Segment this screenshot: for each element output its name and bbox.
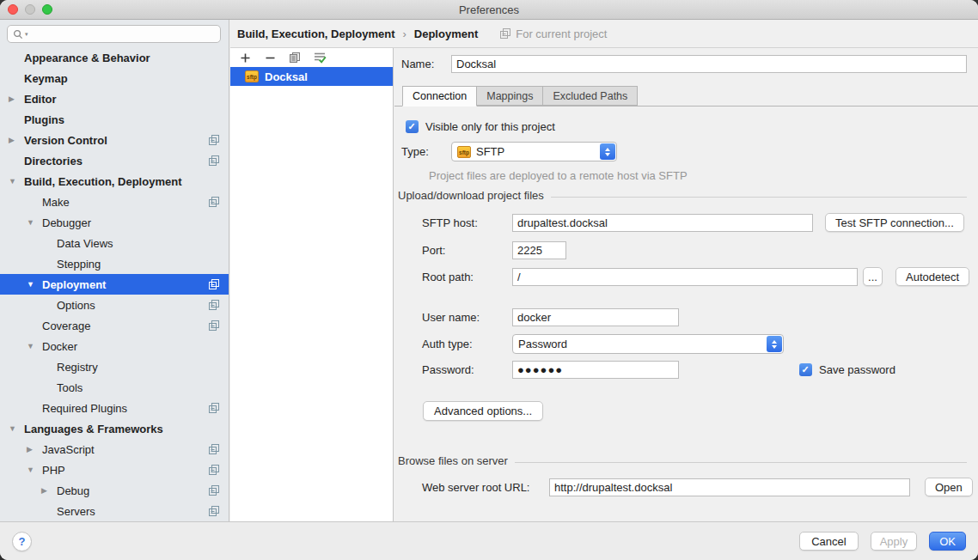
close-window-button[interactable] xyxy=(8,4,18,15)
add-server-button[interactable] xyxy=(236,50,254,65)
sidebar-item[interactable]: Registry xyxy=(0,356,229,377)
sidebar-item-label: Debugger xyxy=(42,216,91,229)
sidebar-item[interactable]: Stepping xyxy=(0,253,229,274)
auth-type-select[interactable]: Password xyxy=(512,334,784,354)
ok-button[interactable]: OK xyxy=(929,532,966,551)
sidebar-item[interactable]: Build, Execution, Deployment xyxy=(0,171,229,192)
settings-search-field[interactable]: ▾ xyxy=(7,25,221,43)
tree-expander-icon[interactable] xyxy=(9,424,24,433)
sidebar-item[interactable]: Languages & Frameworks xyxy=(0,418,229,439)
name-label: Name: xyxy=(401,58,451,70)
tree-expander-icon[interactable] xyxy=(41,486,57,495)
sidebar-item[interactable]: Version Control xyxy=(0,130,229,150)
browse-root-path-button[interactable]: ... xyxy=(863,267,883,286)
visible-only-label: Visible only for this project xyxy=(425,120,555,133)
sidebar-item[interactable]: Servers xyxy=(0,501,229,521)
upload-section-header: Upload/download project files xyxy=(398,189,967,202)
sidebar-item-label: Deployment xyxy=(42,278,106,291)
sidebar-item[interactable]: Debugger xyxy=(0,212,229,233)
zoom-window-button[interactable] xyxy=(42,4,52,15)
sidebar-item[interactable]: JavaScript xyxy=(0,439,229,460)
tab-mappings[interactable]: Mappings xyxy=(476,86,543,106)
server-list-pane: sftp Docksal xyxy=(230,48,394,521)
breadcrumb-separator: › xyxy=(402,27,406,40)
autodetect-button[interactable]: Autodetect xyxy=(895,267,969,286)
tree-expander-icon[interactable] xyxy=(27,342,42,350)
sidebar-item[interactable]: Tools xyxy=(0,377,229,398)
save-password-group: Save password xyxy=(799,363,895,376)
breadcrumb-section[interactable]: Build, Execution, Deployment xyxy=(237,27,394,40)
use-as-default-button[interactable] xyxy=(311,50,328,65)
sidebar-item[interactable]: Required Plugins xyxy=(0,398,229,418)
sidebar-item-label: Options xyxy=(57,299,95,312)
tree-expander-icon[interactable] xyxy=(9,136,24,144)
tab-excluded-paths[interactable]: Excluded Paths xyxy=(542,86,638,106)
sidebar-item-label: Coverage xyxy=(42,320,90,332)
sidebar-item-label: Registry xyxy=(57,361,98,374)
titlebar: Preferences xyxy=(0,0,978,20)
per-project-badge-icon xyxy=(209,320,219,331)
sidebar-item-label: Build, Execution, Deployment xyxy=(24,175,181,188)
deployment-form: Name: Connection Mappings Excluded Paths… xyxy=(394,48,978,521)
sidebar-item[interactable]: Options xyxy=(0,295,229,315)
user-name-input[interactable] xyxy=(512,308,679,326)
help-button[interactable]: ? xyxy=(12,532,32,551)
sftp-host-input[interactable] xyxy=(512,214,813,232)
sidebar-item[interactable]: Deployment xyxy=(0,274,229,295)
tree-expander-icon[interactable] xyxy=(27,280,42,289)
sidebar-item[interactable]: Plugins xyxy=(0,109,229,130)
scope-indicator: For current project xyxy=(500,27,607,40)
web-server-root-url-label: Web server root URL: xyxy=(422,481,549,494)
password-input[interactable] xyxy=(512,361,679,379)
sidebar-item[interactable]: Keymap xyxy=(0,68,229,88)
root-path-input[interactable] xyxy=(512,268,858,286)
sidebar-item[interactable]: Data Views xyxy=(0,233,229,253)
tree-expander-icon[interactable] xyxy=(9,177,24,186)
root-path-label: Root path: xyxy=(422,271,512,283)
traffic-lights xyxy=(8,4,52,15)
sidebar-item-label: PHP xyxy=(42,464,65,477)
per-project-badge-icon xyxy=(209,506,219,516)
save-password-checkbox[interactable] xyxy=(799,363,812,376)
per-project-badge-icon xyxy=(209,465,219,475)
sidebar-item[interactable]: Coverage xyxy=(0,315,229,336)
sidebar-item[interactable]: Editor xyxy=(0,88,229,109)
remove-server-button[interactable] xyxy=(261,50,278,65)
sidebar-item[interactable]: Docker xyxy=(0,336,229,356)
breadcrumb: Build, Execution, Deployment › Deploymen… xyxy=(230,20,978,48)
name-input[interactable] xyxy=(451,55,967,73)
tree-expander-icon[interactable] xyxy=(27,466,42,474)
open-url-button[interactable]: Open xyxy=(925,478,973,496)
tree-expander-icon[interactable] xyxy=(27,218,42,227)
port-input[interactable] xyxy=(512,241,566,259)
auth-type-selected-value: Password xyxy=(518,338,567,350)
server-list-item-docksal[interactable]: sftp Docksal xyxy=(230,67,393,86)
per-project-badge-icon xyxy=(209,300,219,310)
per-project-badge-icon xyxy=(500,28,510,39)
search-icon xyxy=(13,29,23,40)
tree-expander-icon[interactable] xyxy=(27,445,42,453)
minimize-window-button[interactable] xyxy=(25,4,35,15)
sidebar-item[interactable]: Directories xyxy=(0,150,229,171)
visible-only-checkbox[interactable] xyxy=(406,120,419,133)
copy-server-button[interactable] xyxy=(286,50,303,65)
browse-section-title: Browse files on server xyxy=(398,454,508,467)
search-options-caret-icon[interactable]: ▾ xyxy=(25,31,28,38)
advanced-options-button[interactable]: Advanced options... xyxy=(423,401,543,421)
web-server-root-url-input[interactable] xyxy=(549,478,910,496)
sidebar-item-label: Plugins xyxy=(24,113,64,126)
apply-button[interactable]: Apply xyxy=(871,532,918,551)
sidebar-item[interactable]: Make xyxy=(0,192,229,212)
type-select[interactable]: sftp SFTP xyxy=(451,142,617,161)
search-input[interactable] xyxy=(30,27,215,41)
tree-expander-icon[interactable] xyxy=(9,94,24,103)
sidebar-item-label: Docker xyxy=(42,340,77,353)
sidebar-item[interactable]: Debug xyxy=(0,480,229,501)
tab-connection[interactable]: Connection xyxy=(402,86,477,107)
sidebar-item[interactable]: PHP xyxy=(0,460,229,480)
server-list-toolbar xyxy=(230,48,393,67)
test-sftp-connection-button[interactable]: Test SFTP connection... xyxy=(825,213,964,232)
cancel-button[interactable]: Cancel xyxy=(799,532,858,551)
sidebar-item-label: Directories xyxy=(24,155,83,167)
sidebar-item[interactable]: Appearance & Behavior xyxy=(0,47,229,68)
